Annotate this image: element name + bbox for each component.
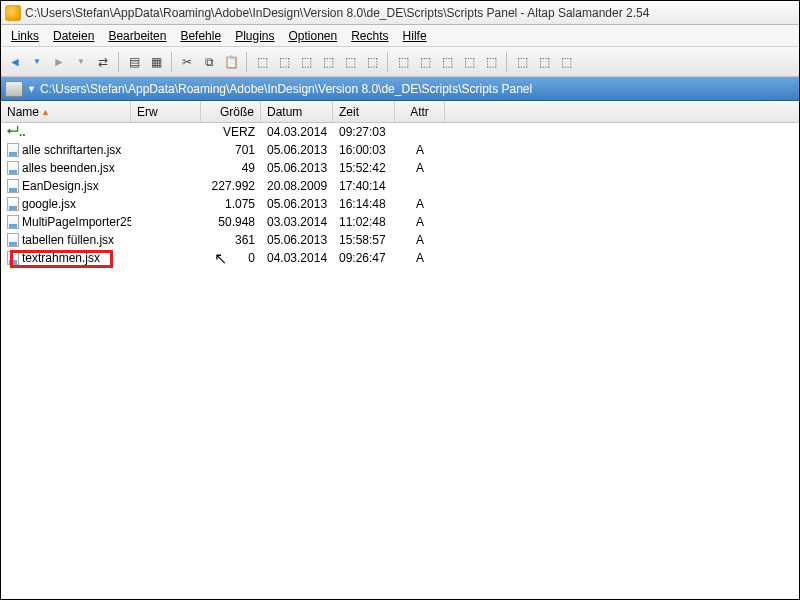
file-date: 20.08.2009 bbox=[261, 179, 333, 193]
menu-rechts[interactable]: Rechts bbox=[351, 29, 388, 43]
file-time: 09:26:47 bbox=[333, 251, 395, 265]
tool-a-icon[interactable]: ⬚ bbox=[252, 52, 272, 72]
column-headers: Name▲ Erw Größe Datum Zeit Attr bbox=[1, 101, 799, 123]
menu-dateien[interactable]: Dateien bbox=[53, 29, 94, 43]
file-name: textrahmen.jsx bbox=[22, 251, 100, 265]
nav-fwd-drop-icon[interactable]: ▼ bbox=[71, 52, 91, 72]
file-size: 1.075 bbox=[201, 197, 261, 211]
file-size: 227.992 bbox=[201, 179, 261, 193]
separator bbox=[246, 52, 247, 72]
file-attr: A bbox=[395, 197, 445, 211]
file-time: 17:40:14 bbox=[333, 179, 395, 193]
drive-icon[interactable] bbox=[5, 81, 23, 97]
file-icon bbox=[7, 161, 19, 175]
menu-plugins[interactable]: Plugins bbox=[235, 29, 274, 43]
view-details-icon[interactable]: ▦ bbox=[146, 52, 166, 72]
file-size: 0 bbox=[201, 251, 261, 265]
tool-j-icon[interactable]: ⬚ bbox=[459, 52, 479, 72]
separator bbox=[387, 52, 388, 72]
file-size: 49 bbox=[201, 161, 261, 175]
app-icon bbox=[5, 5, 21, 21]
file-row[interactable]: alles beenden.jsx4905.06.201315:52:42A bbox=[1, 159, 799, 177]
col-name[interactable]: Name▲ bbox=[1, 101, 131, 122]
file-time: 16:14:48 bbox=[333, 197, 395, 211]
col-time[interactable]: Zeit bbox=[333, 101, 395, 122]
tool-n-icon[interactable]: ⬚ bbox=[556, 52, 576, 72]
file-attr: A bbox=[395, 143, 445, 157]
separator bbox=[118, 52, 119, 72]
tool-b-icon[interactable]: ⬚ bbox=[274, 52, 294, 72]
file-row[interactable]: textrahmen.jsx004.03.201409:26:47A bbox=[1, 249, 799, 267]
file-date: 04.03.2014 bbox=[261, 125, 333, 139]
file-time: 11:02:48 bbox=[333, 215, 395, 229]
col-attr[interactable]: Attr bbox=[395, 101, 445, 122]
menu-links[interactable]: Links bbox=[11, 29, 39, 43]
col-date[interactable]: Datum bbox=[261, 101, 333, 122]
copy-icon[interactable]: ⧉ bbox=[199, 52, 219, 72]
separator bbox=[171, 52, 172, 72]
col-ext[interactable]: Erw bbox=[131, 101, 201, 122]
toolbar: ◄ ▼ ► ▼ ⇄ ▤ ▦ ✂ ⧉ 📋 ⬚ ⬚ ⬚ ⬚ ⬚ ⬚ ⬚ ⬚ ⬚ ⬚ … bbox=[1, 47, 799, 77]
menubar: Links Dateien Bearbeiten Befehle Plugins… bbox=[1, 25, 799, 47]
tool-d-icon[interactable]: ⬚ bbox=[318, 52, 338, 72]
file-size: 361 bbox=[201, 233, 261, 247]
tool-m-icon[interactable]: ⬚ bbox=[534, 52, 554, 72]
file-size: 701 bbox=[201, 143, 261, 157]
col-size[interactable]: Größe bbox=[201, 101, 261, 122]
file-attr: A bbox=[395, 233, 445, 247]
nav-fwd-icon[interactable]: ► bbox=[49, 52, 69, 72]
swap-panels-icon[interactable]: ⇄ bbox=[93, 52, 113, 72]
file-attr: A bbox=[395, 251, 445, 265]
file-row[interactable]: google.jsx1.07505.06.201316:14:48A bbox=[1, 195, 799, 213]
file-row[interactable]: tabellen füllen.jsx36105.06.201315:58:57… bbox=[1, 231, 799, 249]
nav-back-drop-icon[interactable]: ▼ bbox=[27, 52, 47, 72]
file-date: 05.06.2013 bbox=[261, 143, 333, 157]
file-date: 05.06.2013 bbox=[261, 233, 333, 247]
window-title: C:\Users\Stefan\AppData\Roaming\Adobe\In… bbox=[25, 6, 649, 20]
file-list[interactable]: ⮠..VERZ04.03.201409:27:03alle schriftart… bbox=[1, 123, 799, 599]
menu-hilfe[interactable]: Hilfe bbox=[403, 29, 427, 43]
file-row[interactable]: ⮠..VERZ04.03.201409:27:03 bbox=[1, 123, 799, 141]
file-icon bbox=[7, 197, 19, 211]
file-time: 09:27:03 bbox=[333, 125, 395, 139]
file-icon bbox=[7, 251, 19, 265]
nav-back-icon[interactable]: ◄ bbox=[5, 52, 25, 72]
file-size: 50.948 bbox=[201, 215, 261, 229]
path-bar[interactable]: ▼ C:\Users\Stefan\AppData\Roaming\Adobe\… bbox=[1, 77, 799, 101]
menu-bearbeiten[interactable]: Bearbeiten bbox=[108, 29, 166, 43]
menu-befehle[interactable]: Befehle bbox=[180, 29, 221, 43]
paste-icon[interactable]: 📋 bbox=[221, 52, 241, 72]
tool-i-icon[interactable]: ⬚ bbox=[437, 52, 457, 72]
tool-f-icon[interactable]: ⬚ bbox=[362, 52, 382, 72]
tool-g-icon[interactable]: ⬚ bbox=[393, 52, 413, 72]
tool-c-icon[interactable]: ⬚ bbox=[296, 52, 316, 72]
file-date: 04.03.2014 bbox=[261, 251, 333, 265]
file-size: VERZ bbox=[201, 125, 261, 139]
drive-drop-icon[interactable]: ▼ bbox=[27, 84, 36, 94]
file-icon bbox=[7, 215, 19, 229]
cut-icon[interactable]: ✂ bbox=[177, 52, 197, 72]
tool-h-icon[interactable]: ⬚ bbox=[415, 52, 435, 72]
file-time: 15:52:42 bbox=[333, 161, 395, 175]
file-row[interactable]: EanDesign.jsx227.99220.08.200917:40:14 bbox=[1, 177, 799, 195]
current-path[interactable]: C:\Users\Stefan\AppData\Roaming\Adobe\In… bbox=[40, 82, 532, 96]
tool-e-icon[interactable]: ⬚ bbox=[340, 52, 360, 72]
tool-l-icon[interactable]: ⬚ bbox=[512, 52, 532, 72]
titlebar: C:\Users\Stefan\AppData\Roaming\Adobe\In… bbox=[1, 1, 799, 25]
menu-optionen[interactable]: Optionen bbox=[289, 29, 338, 43]
file-row[interactable]: alle schriftarten.jsx70105.06.201316:00:… bbox=[1, 141, 799, 159]
file-time: 15:58:57 bbox=[333, 233, 395, 247]
file-name: tabellen füllen.jsx bbox=[22, 233, 114, 247]
sort-asc-icon: ▲ bbox=[41, 107, 50, 117]
file-date: 03.03.2014 bbox=[261, 215, 333, 229]
file-name: alle schriftarten.jsx bbox=[22, 143, 121, 157]
file-icon bbox=[7, 233, 19, 247]
file-icon bbox=[7, 143, 19, 157]
view-list-icon[interactable]: ▤ bbox=[124, 52, 144, 72]
file-row[interactable]: MultiPageImporter25JJB.jsx50.94803.03.20… bbox=[1, 213, 799, 231]
file-icon bbox=[7, 179, 19, 193]
tool-k-icon[interactable]: ⬚ bbox=[481, 52, 501, 72]
file-name: google.jsx bbox=[22, 197, 76, 211]
file-name: EanDesign.jsx bbox=[22, 179, 99, 193]
updir-icon: ⮠.. bbox=[7, 125, 26, 139]
